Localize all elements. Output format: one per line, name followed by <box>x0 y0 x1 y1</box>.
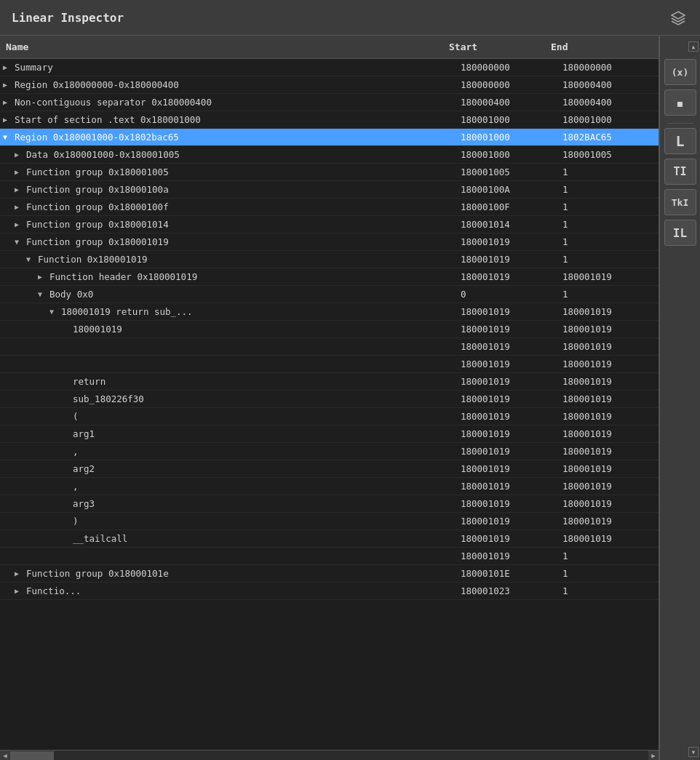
table-row[interactable]: ▼180001019 return sub_...180001019180001… <box>0 303 659 321</box>
row-name: Non-contiguous separator 0x180000400 <box>15 97 212 108</box>
start-cell: 180000000 <box>455 77 557 92</box>
start-cell: 18000100A <box>455 182 557 197</box>
scroll-thumb[interactable] <box>10 751 54 760</box>
start-cell: 180001000 <box>455 112 557 127</box>
table-row[interactable]: ▶Summary180000000180000000 <box>0 59 659 76</box>
tree-arrow[interactable]: ▶ <box>3 81 15 89</box>
table-row[interactable]: ▶Data 0x180001000-0x18000100518000100018… <box>0 146 659 164</box>
tree-arrow[interactable]: ▶ <box>15 220 26 228</box>
l-button[interactable]: L <box>664 128 696 154</box>
tree-arrow[interactable]: ▼ <box>26 255 38 263</box>
row-name: Summary <box>15 62 53 73</box>
tree-arrow[interactable]: ▼ <box>15 238 26 246</box>
tree-arrow[interactable]: ▶ <box>15 185 26 193</box>
name-cell: 180001019 <box>0 321 455 337</box>
main-area: Name Start End ▶Summary18000000018000000… <box>0 36 700 760</box>
end-cell: 180000400 <box>557 95 659 110</box>
tree-arrow[interactable]: ▶ <box>15 203 26 211</box>
scroll-right-arrow[interactable]: ▶ <box>648 751 659 761</box>
table-row[interactable]: 1800010191 <box>0 548 659 565</box>
app-title: Linear Inspector <box>12 11 124 25</box>
table-row[interactable]: ▶Function header 0x180001019180001019180… <box>0 268 659 286</box>
name-cell: arg1 <box>0 426 455 441</box>
end-header: End <box>545 40 647 54</box>
table-row[interactable]: ,180001019180001019 <box>0 478 659 495</box>
table-row[interactable]: ▼Body 0x001 <box>0 286 659 303</box>
table-row[interactable]: )180001019180001019 <box>0 513 659 530</box>
tki-button[interactable]: TkI <box>664 189 696 215</box>
table-row[interactable]: ▶Non-contiguous separator 0x180000400180… <box>0 94 659 111</box>
start-cell: 180001019 <box>455 531 557 546</box>
table-row[interactable]: ▶Function group 0x1800010051800010051 <box>0 164 659 181</box>
row-name: Function group 0x180001005 <box>26 167 169 177</box>
row-name: ) <box>73 516 79 527</box>
table-row[interactable]: ▶Function group 0x18000100a18000100A1 <box>0 181 659 199</box>
name-cell: ▶Region 0x180000000-0x180000400 <box>0 77 455 92</box>
table-row[interactable]: 180001019180001019180001019 <box>0 321 659 338</box>
scroll-left-arrow[interactable]: ◀ <box>0 751 10 761</box>
table-row[interactable]: 180001019180001019 <box>0 338 659 356</box>
end-cell: 180001019 <box>557 479 659 494</box>
table-row[interactable]: ▼Function 0x1800010191800010191 <box>0 251 659 268</box>
end-cell: 180001019 <box>557 461 659 476</box>
table-row[interactable]: ▶Function group 0x1800010141800010141 <box>0 216 659 233</box>
tree-arrow[interactable]: ▶ <box>15 151 26 159</box>
tree-arrow[interactable]: ▶ <box>15 168 26 176</box>
table-row[interactable]: arg2180001019180001019 <box>0 460 659 478</box>
row-name: , <box>73 481 79 492</box>
end-cell: 1 <box>557 548 659 564</box>
table-row[interactable]: return180001019180001019 <box>0 373 659 391</box>
table-row[interactable]: ▶Start of section .text 0x18000100018000… <box>0 111 659 129</box>
table-row[interactable]: ▼Function group 0x1800010191800010191 <box>0 233 659 251</box>
name-cell: ▼Body 0x0 <box>0 287 455 302</box>
tree-arrow[interactable]: ▶ <box>38 273 49 281</box>
ti-button[interactable]: TI <box>664 159 696 185</box>
tree-arrow[interactable]: ▼ <box>38 290 49 298</box>
start-cell: 180001019 <box>455 252 557 267</box>
table-row[interactable]: ▶Functio...1800010231 <box>0 583 659 600</box>
tree-arrow[interactable]: ▶ <box>3 116 15 124</box>
table-row[interactable]: ▶Region 0x180000000-0x180000400180000000… <box>0 76 659 94</box>
table-row[interactable]: __tailcall180001019180001019 <box>0 530 659 548</box>
layers-icon[interactable] <box>668 7 688 28</box>
table-row[interactable]: 180001019180001019 <box>0 356 659 373</box>
table-row[interactable]: ▶Function group 0x18000101e18000101E1 <box>0 565 659 583</box>
tree-body[interactable]: ▶Summary180000000180000000▶Region 0x1800… <box>0 59 659 750</box>
variables-button[interactable]: (x) <box>664 59 696 85</box>
row-name: Function group 0x18000101e <box>26 568 169 579</box>
end-cell: 180001019 <box>557 391 659 407</box>
row-name: Function 0x180001019 <box>38 254 148 265</box>
row-name: Body 0x0 <box>49 289 93 300</box>
tree-arrow[interactable]: ▼ <box>49 308 61 316</box>
il-button[interactable]: IL <box>664 220 696 246</box>
tree-arrow[interactable]: ▼ <box>3 133 15 141</box>
table-row[interactable]: ▼Region 0x180001000-0x1802bac65180001000… <box>0 129 659 146</box>
tree-arrow[interactable]: ▶ <box>3 98 15 106</box>
end-cell: 1 <box>557 182 659 197</box>
start-cell: 180001000 <box>455 147 557 162</box>
tree-arrow[interactable]: ▶ <box>15 587 26 595</box>
start-header: Start <box>443 40 545 54</box>
tree-arrow[interactable]: ▶ <box>3 63 15 71</box>
table-row[interactable]: ,180001019180001019 <box>0 443 659 460</box>
row-name: arg2 <box>73 463 95 474</box>
tree-arrow[interactable]: ▶ <box>15 569 26 577</box>
end-cell: 180001019 <box>557 444 659 459</box>
scroll-up-arrow[interactable]: ▲ <box>688 41 699 52</box>
start-cell: 18000101E <box>455 566 557 581</box>
table-row[interactable]: ▶Function group 0x18000100f18000100F1 <box>0 199 659 216</box>
end-cell: 1 <box>557 217 659 232</box>
horizontal-scrollbar[interactable]: ◀ ▶ <box>0 750 659 760</box>
tree-panel: Name Start End ▶Summary18000000018000000… <box>0 36 659 760</box>
scroll-track <box>10 751 648 760</box>
table-row[interactable]: sub_180226f30180001019180001019 <box>0 391 659 408</box>
block-button[interactable]: ▪ <box>664 89 696 116</box>
table-row[interactable]: (180001019180001019 <box>0 408 659 425</box>
table-row[interactable]: arg1180001019180001019 <box>0 425 659 443</box>
row-name: Function group 0x180001014 <box>26 219 169 230</box>
table-row[interactable]: arg3180001019180001019 <box>0 495 659 513</box>
end-cell: 1 <box>557 583 659 599</box>
row-name: Region 0x180001000-0x1802bac65 <box>15 132 179 143</box>
row-name: Data 0x180001000-0x180001005 <box>26 149 180 160</box>
scroll-down-arrow[interactable]: ▼ <box>688 747 699 757</box>
